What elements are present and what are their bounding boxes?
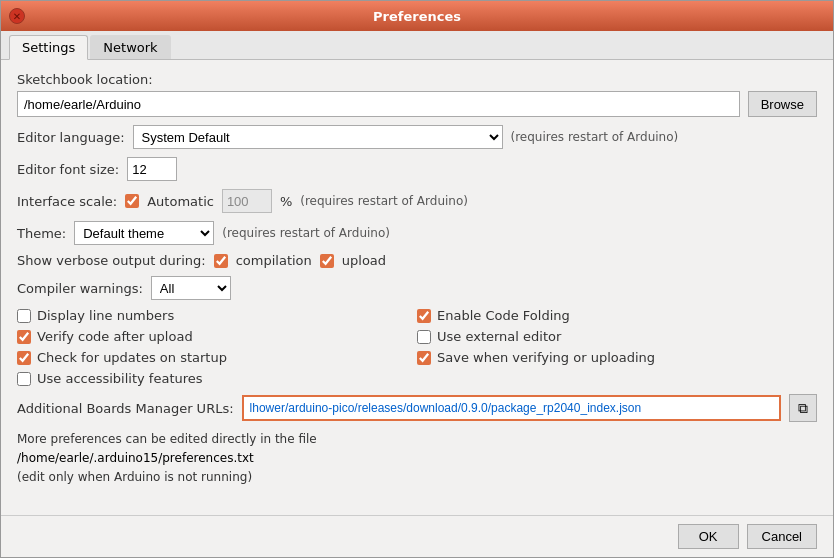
cancel-button[interactable]: Cancel [747, 524, 817, 549]
titlebar: ✕ Preferences [1, 1, 833, 31]
verify-code-checkbox[interactable] [17, 330, 31, 344]
file-info-section: More preferences can be edited directly … [17, 430, 817, 488]
interface-scale-label: Interface scale: [17, 194, 117, 209]
bottom-bar: OK Cancel [1, 515, 833, 557]
tabs-bar: Settings Network [1, 31, 833, 60]
accessibility-checkbox[interactable] [17, 372, 31, 386]
boards-url-input[interactable] [242, 395, 781, 421]
editor-language-row: Editor language: System Default (require… [17, 125, 817, 149]
external-editor-checkbox[interactable] [417, 330, 431, 344]
tab-settings[interactable]: Settings [9, 35, 88, 60]
url-open-button[interactable]: ⧉ [789, 394, 817, 422]
file-info-line2: /home/earle/.arduino15/preferences.txt [17, 449, 817, 468]
external-editor-label: Use external editor [437, 329, 561, 344]
sketchbook-label: Sketchbook location: [17, 72, 153, 87]
accessibility-row: Use accessibility features [17, 371, 417, 386]
display-line-numbers-checkbox[interactable] [17, 309, 31, 323]
file-info-line1: More preferences can be edited directly … [17, 430, 817, 449]
verbose-row: Show verbose output during: compilation … [17, 253, 817, 268]
check-updates-label: Check for updates on startup [37, 350, 227, 365]
editor-language-label: Editor language: [17, 130, 125, 145]
editor-language-hint: (requires restart of Arduino) [511, 130, 679, 144]
check-updates-checkbox[interactable] [17, 351, 31, 365]
save-when-verifying-row: Save when verifying or uploading [417, 350, 817, 365]
interface-scale-row: Interface scale: Automatic % (requires r… [17, 189, 817, 213]
enable-code-folding-checkbox[interactable] [417, 309, 431, 323]
sketchbook-section: Sketchbook location: Browse [17, 72, 817, 117]
automatic-checkbox[interactable] [125, 194, 139, 208]
compilation-checkbox[interactable] [214, 254, 228, 268]
sketchbook-input[interactable] [17, 91, 740, 117]
enable-code-folding-row: Enable Code Folding [417, 308, 817, 323]
enable-code-folding-label: Enable Code Folding [437, 308, 570, 323]
checkboxes-right: Enable Code Folding Use external editor … [417, 308, 817, 386]
checkboxes-section: Display line numbers Verify code after u… [17, 308, 817, 386]
checkboxes-left: Display line numbers Verify code after u… [17, 308, 417, 386]
compiler-warnings-label: Compiler warnings: [17, 281, 143, 296]
editor-font-size-label: Editor font size: [17, 162, 119, 177]
boards-urls-row: Additional Boards Manager URLs: ⧉ [17, 394, 817, 422]
display-line-numbers-label: Display line numbers [37, 308, 174, 323]
boards-urls-label: Additional Boards Manager URLs: [17, 401, 234, 416]
editor-language-select[interactable]: System Default [133, 125, 503, 149]
theme-select[interactable]: Default theme [74, 221, 214, 245]
theme-hint: (requires restart of Arduino) [222, 226, 390, 240]
external-editor-row: Use external editor [417, 329, 817, 344]
verify-code-row: Verify code after upload [17, 329, 417, 344]
editor-font-size-row: Editor font size: [17, 157, 817, 181]
editor-font-size-input[interactable] [127, 157, 177, 181]
browse-button[interactable]: Browse [748, 91, 817, 117]
close-button[interactable]: ✕ [9, 8, 25, 24]
save-when-verifying-label: Save when verifying or uploading [437, 350, 655, 365]
display-line-numbers-row: Display line numbers [17, 308, 417, 323]
file-info-line3: (edit only when Arduino is not running) [17, 468, 817, 487]
accessibility-label: Use accessibility features [37, 371, 203, 386]
percent-label: % [280, 194, 292, 209]
ok-button[interactable]: OK [678, 524, 739, 549]
compiler-warnings-select[interactable]: All [151, 276, 231, 300]
theme-row: Theme: Default theme (requires restart o… [17, 221, 817, 245]
settings-content: Sketchbook location: Browse Editor langu… [1, 60, 833, 515]
preferences-window: ✕ Preferences Settings Network Sketchboo… [0, 0, 834, 558]
interface-scale-hint: (requires restart of Arduino) [300, 194, 468, 208]
compilation-label: compilation [236, 253, 312, 268]
tab-network[interactable]: Network [90, 35, 170, 59]
verbose-label: Show verbose output during: [17, 253, 206, 268]
automatic-label: Automatic [147, 194, 214, 209]
upload-checkbox[interactable] [320, 254, 334, 268]
save-when-verifying-checkbox[interactable] [417, 351, 431, 365]
theme-label: Theme: [17, 226, 66, 241]
verify-code-label: Verify code after upload [37, 329, 193, 344]
upload-label: upload [342, 253, 386, 268]
compiler-warnings-row: Compiler warnings: All [17, 276, 817, 300]
scale-value-input [222, 189, 272, 213]
window-title: Preferences [373, 9, 461, 24]
check-updates-row: Check for updates on startup [17, 350, 417, 365]
